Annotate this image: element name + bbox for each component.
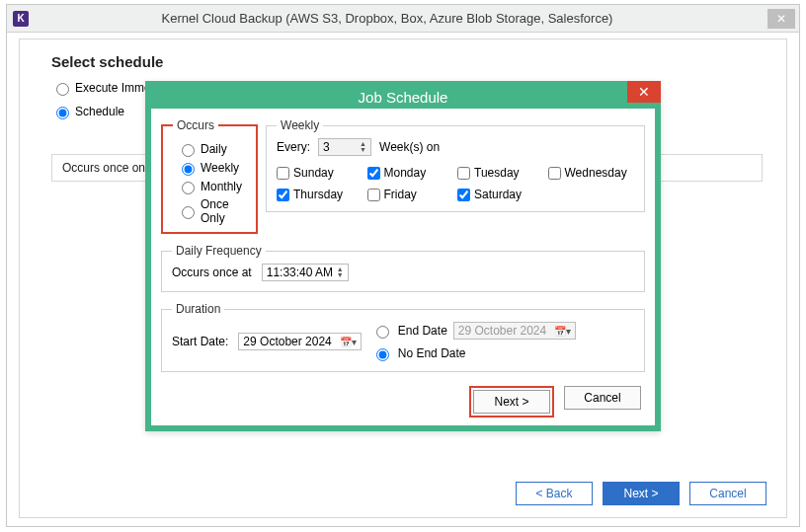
weeks-on-label: Week(s) on (379, 140, 440, 154)
dialog-body: Occurs Daily Weekly Monthly Once Only (151, 109, 655, 425)
schedule-radio[interactable] (56, 107, 69, 119)
end-date-calendar-icon: 📅▾ (554, 326, 571, 337)
day-monday-checkbox[interactable] (367, 167, 380, 180)
next-button-highlight: Next > (469, 386, 554, 418)
day-sunday-label: Sunday (293, 166, 334, 180)
day-friday-checkbox[interactable] (367, 189, 380, 201)
every-label: Every: (277, 140, 310, 154)
daily-frequency-legend: Daily Frequency (172, 244, 266, 258)
occurs-once-label: Once Only (201, 197, 242, 225)
occurs-monthly-label: Monthly (201, 180, 242, 193)
occurs-once-option[interactable]: Once Only (177, 197, 242, 225)
day-saturday-option[interactable]: Saturday (457, 188, 543, 201)
occurs-monthly-option[interactable]: Monthly (177, 179, 242, 194)
start-date-label: Start Date: (172, 335, 228, 348)
day-monday-label: Monday (384, 166, 427, 180)
day-sunday-option[interactable]: Sunday (277, 166, 363, 180)
time-input[interactable]: 11:33:40 AM ▲ ▼ (262, 264, 349, 281)
no-end-date-label: No End Date (398, 346, 466, 360)
occurs-fieldset: Occurs Daily Weekly Monthly Once Only (161, 118, 258, 234)
duration-legend: Duration (172, 302, 224, 316)
weekly-legend: Weekly (277, 118, 323, 132)
dialog-button-row: Next > Cancel (161, 382, 645, 419)
occurs-daily-option[interactable]: Daily (177, 141, 242, 157)
day-sunday-checkbox[interactable] (277, 167, 289, 180)
day-thursday-label: Thursday (293, 188, 343, 201)
parent-back-button[interactable]: < Back (516, 482, 593, 505)
page-heading: Select schedule (51, 53, 770, 70)
occurs-weekly-option[interactable]: Weekly (177, 160, 242, 176)
parent-title-bar: K Kernel Cloud Backup (AWS S3, Dropbox, … (7, 5, 799, 33)
occurs-once-at-label: Occurs once at (172, 266, 252, 279)
occurs-weekly-radio[interactable] (182, 163, 195, 176)
every-spinner[interactable]: 3 ▲ ▼ (318, 138, 371, 156)
dialog-next-button[interactable]: Next > (473, 390, 550, 414)
weekly-fieldset: Weekly Every: 3 ▲ ▼ Week(s) on Sunday Mo… (266, 118, 645, 212)
parent-button-row: < Back Next > Cancel (516, 482, 766, 505)
day-wednesday-label: Wednesday (565, 166, 627, 180)
schedule-label: Schedule (75, 105, 124, 118)
occurs-once-radio[interactable] (182, 206, 195, 219)
time-spinner-icon[interactable]: ▲ ▼ (337, 266, 344, 278)
day-tuesday-option[interactable]: Tuesday (457, 166, 543, 180)
day-wednesday-option[interactable]: Wednesday (548, 166, 635, 180)
job-schedule-dialog: Job Schedule ✕ Occurs Daily Weekly Month… (145, 81, 661, 431)
time-value: 11:33:40 AM (267, 266, 333, 279)
day-friday-label: Friday (384, 188, 417, 201)
parent-title: Kernel Cloud Backup (AWS S3, Dropbox, Bo… (7, 11, 767, 26)
day-friday-option[interactable]: Friday (367, 188, 454, 201)
days-grid: Sunday Monday Tuesday Wednesday Thursday… (277, 166, 634, 201)
spinner-down-icon[interactable]: ▼ (360, 147, 366, 153)
duration-fieldset: Duration Start Date: 29 October 2024 📅▾ … (161, 302, 645, 372)
occurs-daily-label: Daily (201, 142, 227, 156)
end-date-value: 29 October 2024 (458, 324, 546, 338)
day-saturday-checkbox[interactable] (457, 189, 470, 201)
no-end-date-radio[interactable] (376, 348, 389, 361)
start-date-value: 29 October 2024 (243, 335, 331, 348)
every-value: 3 (323, 140, 330, 154)
dialog-close-button[interactable]: ✕ (627, 81, 661, 103)
parent-close-button[interactable]: ✕ (767, 9, 795, 29)
execute-immediate-radio[interactable] (56, 83, 69, 96)
day-saturday-label: Saturday (474, 188, 522, 201)
parent-cancel-button[interactable]: Cancel (689, 482, 766, 505)
day-tuesday-label: Tuesday (474, 166, 520, 180)
day-thursday-option[interactable]: Thursday (277, 188, 363, 201)
start-date-calendar-icon[interactable]: 📅▾ (340, 337, 357, 347)
day-wednesday-checkbox[interactable] (548, 167, 561, 180)
occurs-legend: Occurs (173, 118, 218, 132)
day-thursday-checkbox[interactable] (277, 189, 289, 201)
start-date-picker[interactable]: 29 October 2024 📅▾ (238, 333, 361, 350)
occurs-monthly-radio[interactable] (182, 182, 195, 194)
dialog-cancel-button[interactable]: Cancel (564, 386, 641, 410)
day-tuesday-checkbox[interactable] (457, 167, 470, 180)
end-date-radio[interactable] (376, 326, 389, 339)
occurs-weekly-label: Weekly (201, 161, 239, 175)
end-date-label: End Date (398, 324, 447, 338)
dialog-title-bar: Job Schedule ✕ (151, 87, 655, 109)
parent-next-button[interactable]: Next > (603, 482, 680, 505)
time-spinner-down-icon[interactable]: ▼ (337, 272, 344, 278)
day-monday-option[interactable]: Monday (367, 166, 454, 180)
occurs-daily-radio[interactable] (182, 144, 195, 157)
spinner-buttons-icon[interactable]: ▲ ▼ (360, 141, 366, 153)
dialog-title-text: Job Schedule (359, 89, 448, 106)
end-date-picker: 29 October 2024 📅▾ (453, 322, 576, 340)
daily-frequency-fieldset: Daily Frequency Occurs once at 11:33:40 … (161, 244, 645, 292)
